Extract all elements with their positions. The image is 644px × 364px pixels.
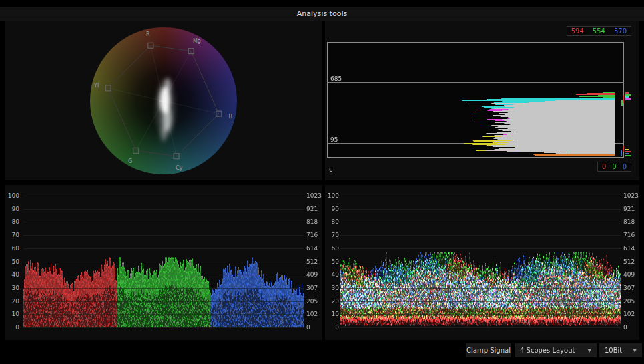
parade-right-scale: 10239218187166145124093072051020 [306,185,323,340]
scale-label-left: 80 [325,218,340,225]
gridline [340,327,621,328]
gridline [340,327,621,328]
clamp-signal-button[interactable]: Clamp Signal [466,343,511,357]
scale-label-left: 60 [325,245,340,252]
scale-label-left: 70 [5,232,21,238]
scale-label-left: 0 [5,324,21,331]
vectorscope-panel: RMgBCyGYl [5,21,322,180]
bit-depth-dropdown[interactable]: 10Bit ▼ [599,343,642,357]
histogram-lower-label: 95 [330,136,338,143]
histogram-upper-label: 685 [330,75,342,82]
scale-label-right: 512 [306,258,323,265]
scale-label-left: 50 [5,258,21,265]
scale-label-left: 90 [5,206,21,212]
scale-label-right: 102 [306,311,323,317]
scale-label-left: 40 [325,271,340,278]
scale-label-left: 90 [325,206,340,212]
scale-label-left: 10 [325,311,340,317]
histogram-corner-label: c [329,166,333,173]
scale-label-right: 614 [306,245,323,252]
scale-label-right: 0 [306,324,323,331]
vectorscope-target-label: Cy [176,165,182,171]
waveform-canvas [340,196,621,327]
scale-label-right: 307 [306,285,323,291]
bit-depth-value: 10Bit [605,347,622,354]
parade-left-scale: 1009080706050403020100 [5,185,21,340]
scale-label-right: 716 [623,232,640,238]
scale-label-right: 409 [306,271,323,278]
window-title: Analysis tools [297,9,347,18]
scale-label-right: 614 [623,245,640,252]
vectorscope-target-label: Mg [193,37,201,43]
scale-label-left: 80 [5,218,21,225]
scale-label-right: 102 [623,311,640,317]
scale-label-right: 818 [623,218,640,225]
scopes-layout-dropdown[interactable]: 4 Scopes Layout ▼ [515,343,597,357]
scale-label-right: 307 [623,285,640,291]
histogram-max-values: 594 554 570 [567,26,631,36]
scale-label-left: 40 [5,271,21,278]
scale-label-left: 0 [325,324,340,331]
scale-label-right: 205 [623,298,640,305]
scale-label-left: 30 [5,285,21,291]
scale-label-left: 20 [325,298,340,305]
scale-label-left: 30 [325,285,340,291]
vectorscope-trace [5,21,322,180]
scale-label-right: 818 [306,218,323,225]
scale-label-right: 512 [623,258,640,265]
scale-label-left: 50 [325,258,340,265]
gridline [23,327,304,328]
waveform-panel: 1009080706050403020100 10239218187166145… [325,185,639,340]
scale-label-left: 60 [5,245,21,252]
titlebar: Analysis tools [0,7,644,21]
scale-label-right: 921 [306,206,323,212]
scale-label-left: 70 [325,232,340,238]
gridline [23,327,304,328]
scale-label-right: 409 [623,271,640,278]
scale-label-right: 1023 [306,192,323,199]
histogram-min-values: 0 0 0 [597,162,631,172]
min-value-red: 0 [602,163,606,170]
vectorscope-target-label: G [128,158,132,164]
min-value-blue: 0 [623,163,627,170]
scale-label-left: 20 [5,298,21,305]
chevron-down-icon: ▼ [588,348,591,353]
histogram-canvas [325,21,639,180]
scale-label-right: 921 [623,206,640,212]
scopes-layout-value: 4 Scopes Layout [520,347,575,354]
rgb-parade-canvas [23,196,304,327]
scale-label-right: 1023 [623,192,640,199]
vectorscope-target-label: B [229,114,233,120]
histogram-panel: 685 95 c 594 554 570 0 0 0 [325,21,639,180]
vectorscope-target-label: Yl [94,82,99,88]
chevron-down-icon: ▼ [633,348,637,353]
analysis-tools-window: Analysis tools RMgBCyGYl 685 95 c 594 55… [0,0,644,364]
scale-label-right: 716 [306,232,323,238]
rgb-parade-panel: 1009080706050403020100 10239218187166145… [5,185,322,340]
max-value-red: 594 [571,27,584,35]
scale-label-left: 100 [325,192,340,199]
max-value-blue: 570 [614,27,627,35]
vectorscope-target-label: R [146,31,150,37]
min-value-green: 0 [612,163,616,170]
scale-label-left: 10 [5,311,21,317]
scale-label-left: 100 [5,192,21,199]
scale-label-right: 0 [623,324,640,331]
waveform-left-scale: 1009080706050403020100 [325,185,340,340]
waveform-right-scale: 10239218187166145124093072051020 [623,185,640,340]
max-value-green: 554 [593,27,605,35]
scale-label-right: 205 [306,298,323,305]
